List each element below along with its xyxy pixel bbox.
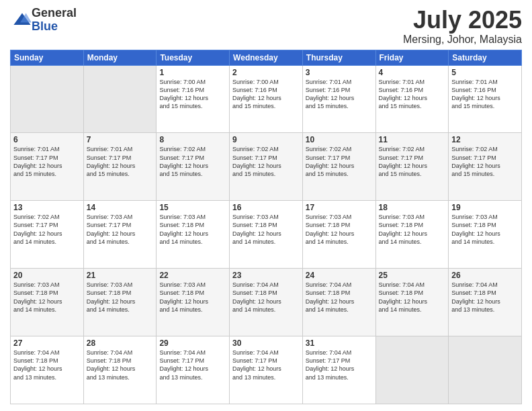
table-row: 7Sunrise: 7:01 AM Sunset: 7:17 PM Daylig… bbox=[83, 133, 157, 201]
table-row: 21Sunrise: 7:03 AM Sunset: 7:18 PM Dayli… bbox=[83, 269, 157, 336]
table-row: 19Sunrise: 7:03 AM Sunset: 7:18 PM Dayli… bbox=[449, 201, 522, 269]
table-row: 27Sunrise: 7:04 AM Sunset: 7:18 PM Dayli… bbox=[11, 336, 84, 404]
day-number: 27 bbox=[13, 338, 81, 348]
table-row: 8Sunrise: 7:02 AM Sunset: 7:17 PM Daylig… bbox=[157, 133, 230, 201]
calendar-week-row: 6Sunrise: 7:01 AM Sunset: 7:17 PM Daylig… bbox=[11, 133, 522, 201]
table-row: 1Sunrise: 7:00 AM Sunset: 7:16 PM Daylig… bbox=[157, 65, 230, 133]
table-row: 11Sunrise: 7:02 AM Sunset: 7:17 PM Dayli… bbox=[375, 133, 449, 201]
day-info: Sunrise: 7:01 AM Sunset: 7:17 PM Dayligh… bbox=[13, 145, 81, 178]
col-tuesday: Tuesday bbox=[157, 50, 230, 65]
day-number: 4 bbox=[379, 68, 446, 77]
day-info: Sunrise: 7:04 AM Sunset: 7:18 PM Dayligh… bbox=[232, 281, 300, 314]
logo-general: General bbox=[32, 7, 77, 20]
day-number: 1 bbox=[159, 68, 226, 77]
logo-text: General Blue bbox=[32, 7, 77, 34]
day-number: 23 bbox=[232, 271, 300, 280]
day-number: 31 bbox=[306, 338, 373, 348]
day-info: Sunrise: 7:02 AM Sunset: 7:17 PM Dayligh… bbox=[13, 213, 81, 246]
table-row: 25Sunrise: 7:04 AM Sunset: 7:18 PM Dayli… bbox=[375, 269, 449, 336]
day-number: 9 bbox=[232, 135, 300, 144]
col-sunday: Sunday bbox=[11, 50, 84, 65]
day-number: 12 bbox=[451, 135, 519, 144]
table-row: 4Sunrise: 7:01 AM Sunset: 7:16 PM Daylig… bbox=[375, 65, 449, 133]
day-number: 3 bbox=[306, 68, 373, 77]
day-number: 8 bbox=[159, 135, 226, 144]
table-row: 29Sunrise: 7:04 AM Sunset: 7:17 PM Dayli… bbox=[157, 336, 230, 404]
day-number: 17 bbox=[306, 203, 373, 212]
day-info: Sunrise: 7:03 AM Sunset: 7:18 PM Dayligh… bbox=[87, 281, 154, 314]
calendar-week-row: 20Sunrise: 7:03 AM Sunset: 7:18 PM Dayli… bbox=[11, 269, 522, 336]
table-row: 31Sunrise: 7:04 AM Sunset: 7:17 PM Dayli… bbox=[302, 336, 375, 404]
table-row: 24Sunrise: 7:04 AM Sunset: 7:18 PM Dayli… bbox=[302, 269, 375, 336]
day-info: Sunrise: 7:04 AM Sunset: 7:18 PM Dayligh… bbox=[13, 349, 81, 381]
day-number: 5 bbox=[451, 68, 519, 77]
day-info: Sunrise: 7:01 AM Sunset: 7:16 PM Dayligh… bbox=[451, 78, 519, 111]
logo: General Blue bbox=[10, 7, 77, 34]
table-row bbox=[375, 336, 449, 404]
day-info: Sunrise: 7:03 AM Sunset: 7:18 PM Dayligh… bbox=[451, 213, 519, 246]
day-info: Sunrise: 7:01 AM Sunset: 7:17 PM Dayligh… bbox=[87, 145, 154, 178]
header: General Blue July 2025 Mersing, Johor, M… bbox=[10, 7, 522, 46]
day-info: Sunrise: 7:00 AM Sunset: 7:16 PM Dayligh… bbox=[232, 78, 300, 111]
day-number: 19 bbox=[451, 203, 519, 212]
table-row: 5Sunrise: 7:01 AM Sunset: 7:16 PM Daylig… bbox=[449, 65, 522, 133]
calendar-week-row: 27Sunrise: 7:04 AM Sunset: 7:18 PM Dayli… bbox=[11, 336, 522, 404]
day-number: 22 bbox=[159, 271, 226, 280]
day-number: 24 bbox=[306, 271, 373, 280]
page: General Blue July 2025 Mersing, Johor, M… bbox=[0, 0, 532, 411]
calendar-week-row: 13Sunrise: 7:02 AM Sunset: 7:17 PM Dayli… bbox=[11, 201, 522, 269]
day-info: Sunrise: 7:02 AM Sunset: 7:17 PM Dayligh… bbox=[232, 145, 300, 178]
day-info: Sunrise: 7:04 AM Sunset: 7:17 PM Dayligh… bbox=[159, 349, 226, 381]
day-info: Sunrise: 7:03 AM Sunset: 7:18 PM Dayligh… bbox=[159, 213, 226, 246]
table-row: 12Sunrise: 7:02 AM Sunset: 7:17 PM Dayli… bbox=[449, 133, 522, 201]
day-info: Sunrise: 7:03 AM Sunset: 7:18 PM Dayligh… bbox=[13, 281, 81, 314]
day-info: Sunrise: 7:01 AM Sunset: 7:16 PM Dayligh… bbox=[379, 78, 446, 111]
table-row: 2Sunrise: 7:00 AM Sunset: 7:16 PM Daylig… bbox=[230, 65, 303, 133]
logo-icon bbox=[13, 11, 32, 30]
day-info: Sunrise: 7:04 AM Sunset: 7:18 PM Dayligh… bbox=[379, 281, 446, 314]
day-number: 13 bbox=[13, 203, 81, 212]
location-title: Mersing, Johor, Malaysia bbox=[403, 34, 522, 46]
day-number: 14 bbox=[87, 203, 154, 212]
col-monday: Monday bbox=[83, 50, 157, 65]
calendar-table: Sunday Monday Tuesday Wednesday Thursday… bbox=[10, 50, 522, 404]
table-row: 13Sunrise: 7:02 AM Sunset: 7:17 PM Dayli… bbox=[11, 201, 84, 269]
col-wednesday: Wednesday bbox=[230, 50, 303, 65]
day-info: Sunrise: 7:02 AM Sunset: 7:17 PM Dayligh… bbox=[306, 145, 373, 178]
day-number: 6 bbox=[13, 135, 81, 144]
table-row: 17Sunrise: 7:03 AM Sunset: 7:18 PM Dayli… bbox=[302, 201, 375, 269]
table-row: 22Sunrise: 7:03 AM Sunset: 7:18 PM Dayli… bbox=[157, 269, 230, 336]
day-number: 29 bbox=[159, 338, 226, 348]
day-info: Sunrise: 7:04 AM Sunset: 7:17 PM Dayligh… bbox=[232, 349, 300, 381]
day-number: 18 bbox=[379, 203, 446, 212]
day-info: Sunrise: 7:00 AM Sunset: 7:16 PM Dayligh… bbox=[159, 78, 226, 111]
day-number: 10 bbox=[306, 135, 373, 144]
table-row: 10Sunrise: 7:02 AM Sunset: 7:17 PM Dayli… bbox=[302, 133, 375, 201]
day-info: Sunrise: 7:01 AM Sunset: 7:16 PM Dayligh… bbox=[306, 78, 373, 111]
day-info: Sunrise: 7:02 AM Sunset: 7:17 PM Dayligh… bbox=[159, 145, 226, 178]
col-thursday: Thursday bbox=[302, 50, 375, 65]
day-number: 15 bbox=[159, 203, 226, 212]
day-info: Sunrise: 7:02 AM Sunset: 7:17 PM Dayligh… bbox=[451, 145, 519, 178]
day-info: Sunrise: 7:03 AM Sunset: 7:18 PM Dayligh… bbox=[306, 213, 373, 246]
table-row: 16Sunrise: 7:03 AM Sunset: 7:18 PM Dayli… bbox=[230, 201, 303, 269]
table-row: 28Sunrise: 7:04 AM Sunset: 7:18 PM Dayli… bbox=[83, 336, 157, 404]
day-info: Sunrise: 7:03 AM Sunset: 7:18 PM Dayligh… bbox=[232, 213, 300, 246]
day-number: 21 bbox=[87, 271, 154, 280]
table-row: 30Sunrise: 7:04 AM Sunset: 7:17 PM Dayli… bbox=[230, 336, 303, 404]
day-info: Sunrise: 7:04 AM Sunset: 7:18 PM Dayligh… bbox=[87, 349, 154, 381]
day-number: 11 bbox=[379, 135, 446, 144]
day-info: Sunrise: 7:04 AM Sunset: 7:17 PM Dayligh… bbox=[306, 349, 373, 381]
table-row: 20Sunrise: 7:03 AM Sunset: 7:18 PM Dayli… bbox=[11, 269, 84, 336]
table-row: 14Sunrise: 7:03 AM Sunset: 7:17 PM Dayli… bbox=[83, 201, 157, 269]
day-number: 7 bbox=[87, 135, 154, 144]
day-info: Sunrise: 7:03 AM Sunset: 7:17 PM Dayligh… bbox=[87, 213, 154, 246]
table-row bbox=[11, 65, 84, 133]
day-number: 25 bbox=[379, 271, 446, 280]
logo-blue: Blue bbox=[32, 20, 77, 34]
title-block: July 2025 Mersing, Johor, Malaysia bbox=[403, 7, 522, 46]
col-friday: Friday bbox=[375, 50, 449, 65]
table-row: 6Sunrise: 7:01 AM Sunset: 7:17 PM Daylig… bbox=[11, 133, 84, 201]
table-row: 15Sunrise: 7:03 AM Sunset: 7:18 PM Dayli… bbox=[157, 201, 230, 269]
col-saturday: Saturday bbox=[449, 50, 522, 65]
